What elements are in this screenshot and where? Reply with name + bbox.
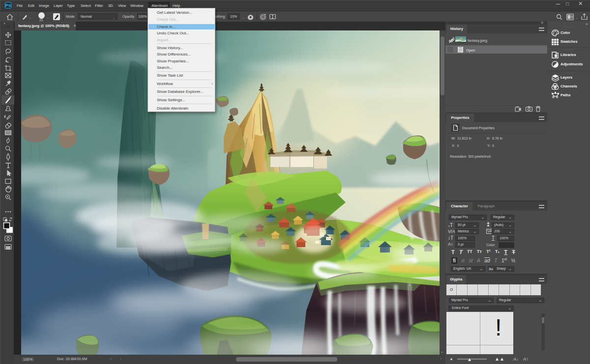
svg-text:»: » bbox=[3, 22, 5, 25]
